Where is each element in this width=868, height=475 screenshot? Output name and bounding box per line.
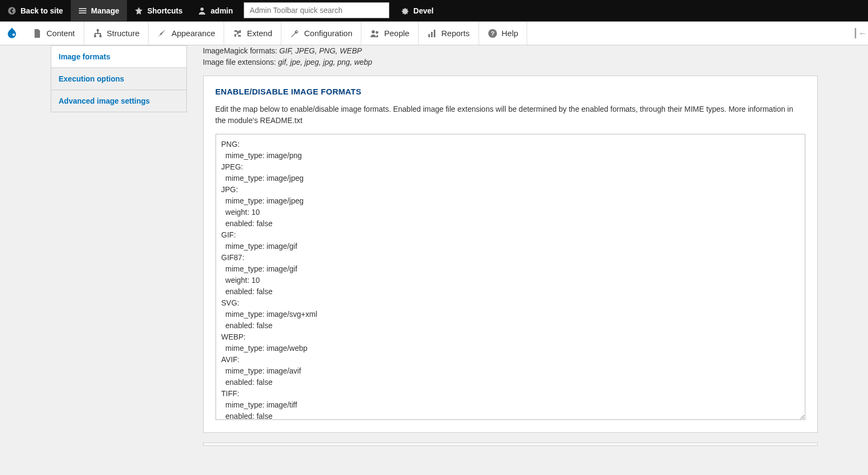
chevron-left-icon [8,6,16,15]
orientation-toggle[interactable]: ┃← [852,22,868,45]
menu-people-label: People [384,29,409,38]
svg-rect-2 [79,10,86,11]
toolbar-search [244,2,389,19]
menu-help[interactable]: ? Help [479,22,528,45]
svg-point-10 [376,31,379,33]
svg-rect-7 [94,35,96,37]
svg-point-4 [200,8,204,11]
summary-value: GIF, JPEG, PNG, WEBP [279,46,362,55]
sidebar-item-advanced[interactable]: Advanced image settings [51,90,186,112]
summary-label: Image file extensions: [203,58,278,66]
user-icon [198,6,206,15]
admin-menu: Content Structure Appearance Extend Conf… [0,22,868,45]
menu-content-label: Content [46,29,75,38]
devel-label: Devel [413,6,433,15]
svg-rect-13 [434,30,435,37]
shortcuts-label: Shortcuts [147,6,183,15]
svg-rect-3 [79,12,86,13]
puzzle-icon [233,29,243,38]
svg-point-0 [8,7,16,15]
question-icon: ? [488,29,497,38]
manage-label: Manage [91,6,119,15]
menu-extend[interactable]: Extend [224,22,281,45]
menu-configuration-label: Configuration [304,29,352,38]
summary-block: ImageMagick formats: GIF, JPEG, PNG, WEB… [203,45,818,68]
svg-text:?: ? [490,30,494,37]
svg-point-5 [12,33,15,36]
svg-rect-6 [97,29,99,31]
menu-people[interactable]: People [361,22,419,45]
people-icon [370,29,380,38]
menu-configuration[interactable]: Configuration [281,22,361,45]
svg-point-9 [372,30,375,33]
bar-chart-icon [427,29,437,38]
next-fieldset-peek [203,443,818,446]
sidebar-item-image-formats[interactable]: Image formats [51,45,186,67]
svg-rect-11 [428,34,430,37]
summary-label: ImageMagick formats: [203,46,280,55]
summary-value: gif, jpe, jpeg, jpg, png, webp [278,58,372,66]
brush-icon [157,29,167,38]
sidebar-item-label: Image formats [59,52,111,61]
star-icon [134,6,143,15]
svg-rect-1 [79,8,86,9]
wrench-icon [290,29,300,38]
hamburger-icon [78,6,87,15]
toolbar-top: Back to site Manage Shortcuts admin Deve… [0,0,868,22]
menu-reports[interactable]: Reports [419,22,479,45]
gear-icon [400,6,409,15]
hierarchy-icon [93,29,103,38]
svg-rect-8 [99,35,102,37]
image-formats-fieldset: ENABLE/DISABLE IMAGE FORMATS Edit the ma… [203,76,818,433]
sidebar-item-execution-options[interactable]: Execution options [51,67,186,90]
back-to-site-label: Back to site [21,6,63,15]
search-input[interactable] [244,2,389,18]
menu-content[interactable]: Content [24,22,84,45]
collapse-icon: ┃← [853,28,867,38]
manage-toggle[interactable]: Manage [71,0,127,21]
svg-rect-12 [431,32,433,37]
user-link[interactable]: admin [190,0,240,21]
fieldset-title: ENABLE/DISABLE IMAGE FORMATS [216,87,805,96]
sidebar-item-label: Execution options [59,74,124,83]
sidebar-item-label: Advanced image settings [59,97,150,105]
devel-link[interactable]: Devel [393,0,441,21]
document-icon [32,29,42,38]
fieldset-description: Edit the map below to enable/disable ima… [216,104,805,126]
menu-appearance-label: Appearance [171,29,215,38]
main-content: ImageMagick formats: GIF, JPEG, PNG, WEB… [203,45,818,456]
menu-structure[interactable]: Structure [84,22,149,45]
user-label: admin [211,6,233,15]
menu-help-label: Help [502,29,519,38]
menu-structure-label: Structure [107,29,140,38]
page-body: Image formats Execution options Advanced… [0,45,868,475]
menu-reports-label: Reports [441,29,470,38]
menu-appearance[interactable]: Appearance [149,22,224,45]
drupal-logo[interactable] [0,22,24,45]
sidebar: Image formats Execution options Advanced… [51,45,187,456]
image-formats-textarea[interactable] [216,134,805,420]
back-to-site-link[interactable]: Back to site [0,0,71,21]
menu-extend-label: Extend [247,29,272,38]
shortcuts-link[interactable]: Shortcuts [127,0,190,21]
